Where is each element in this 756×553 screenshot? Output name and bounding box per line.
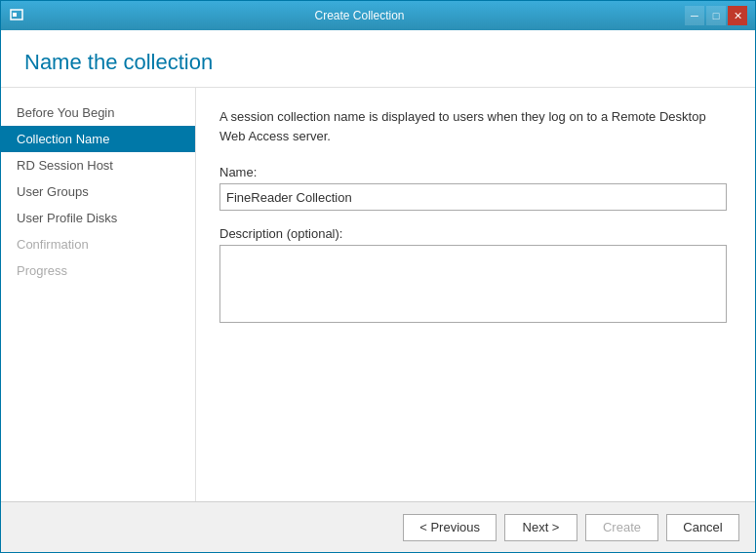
- sidebar-item-collection-name[interactable]: Collection Name: [1, 126, 195, 152]
- next-button[interactable]: Next >: [504, 514, 577, 541]
- maximize-button[interactable]: □: [706, 6, 726, 25]
- sidebar-item-confirmation: Confirmation: [1, 231, 195, 257]
- window-content: Name the collection Before You Begin Col…: [1, 30, 755, 552]
- sidebar-item-user-profile-disks[interactable]: User Profile Disks: [1, 205, 195, 231]
- window-title: Create Collection: [30, 9, 689, 22]
- title-bar: Create Collection ─ □ ✕: [1, 1, 755, 30]
- content-panel: A session collection name is displayed t…: [196, 88, 755, 501]
- footer: < Previous Next > Create Cancel: [1, 501, 755, 552]
- sidebar-item-progress: Progress: [1, 257, 195, 284]
- main-area: Before You Begin Collection Name RD Sess…: [1, 88, 755, 501]
- description-label: Description (optional):: [219, 226, 732, 241]
- close-button[interactable]: ✕: [728, 6, 747, 25]
- create-button[interactable]: Create: [585, 514, 658, 541]
- window-controls: ─ □ ✕: [685, 6, 747, 25]
- page-header: Name the collection: [1, 30, 755, 88]
- page-title: Name the collection: [24, 50, 732, 75]
- minimize-button[interactable]: ─: [685, 6, 704, 25]
- previous-button[interactable]: < Previous: [403, 514, 497, 541]
- window-icon: [9, 8, 24, 23]
- sidebar: Before You Begin Collection Name RD Sess…: [1, 88, 196, 501]
- description-text: A session collection name is displayed t…: [219, 107, 732, 145]
- sidebar-item-rd-session-host[interactable]: RD Session Host: [1, 152, 195, 178]
- description-textarea[interactable]: [219, 245, 727, 323]
- svg-rect-1: [13, 13, 17, 17]
- name-input[interactable]: [219, 183, 727, 211]
- sidebar-item-before-you-begin[interactable]: Before You Begin: [1, 99, 195, 126]
- sidebar-item-user-groups[interactable]: User Groups: [1, 178, 195, 205]
- cancel-button[interactable]: Cancel: [666, 514, 739, 541]
- name-label: Name:: [219, 165, 732, 179]
- main-window: Create Collection ─ □ ✕ Name the collect…: [0, 0, 756, 553]
